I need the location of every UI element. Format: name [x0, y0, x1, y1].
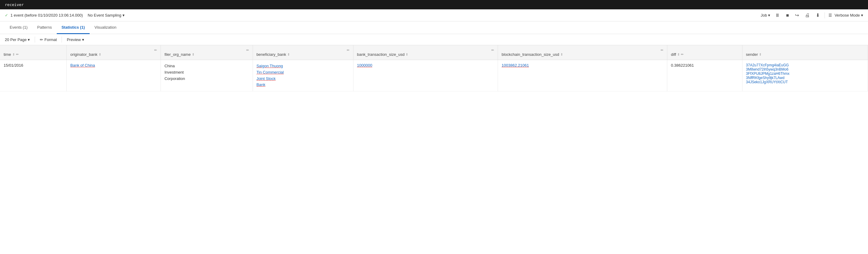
sort-icon-bank-tx[interactable]: ⇕	[406, 53, 408, 56]
tab-events[interactable]: Events (1)	[5, 22, 32, 34]
col-header-blockchain-tx-size: ✏ blockchain_transaction_size_usd ⇕	[498, 45, 667, 60]
cell-time: 15/01/2016	[0, 60, 67, 91]
edit-icon-originator[interactable]: ✏	[154, 48, 157, 52]
edit-icon-filer[interactable]: ✏	[246, 48, 249, 52]
sampling-button[interactable]: No Event Sampling ▾	[88, 13, 125, 18]
status-right: Job ▾ ⏸ ■ ↪ 🖨 ⬇ ☰ Verbose Mode ▾	[761, 12, 863, 19]
beneficiary-bank-link[interactable]: Saigon Thuong	[256, 64, 283, 68]
edit-icon-time[interactable]: ✏	[16, 53, 19, 56]
edit-icon-blockchain-tx[interactable]: ✏	[661, 48, 663, 52]
tab-patterns[interactable]: Patterns	[32, 22, 56, 34]
sort-icon-diff[interactable]: ⇕	[677, 53, 680, 56]
cell-sender: 37A2u77XcFpmg4iaEuGG 3M8wnd72ih5ywq3nBMo…	[742, 60, 868, 91]
sort-icon-filer[interactable]: ⇕	[192, 53, 194, 56]
beneficiary-bank-link4[interactable]: Bank	[256, 82, 266, 87]
status-left: ✓ 1 event (before 01/10/2020 13:06:14.00…	[5, 13, 125, 18]
col-header-originator-bank: ✏ originator_bank ⇕	[67, 45, 161, 60]
toolbar-divider2	[62, 36, 62, 42]
top-bar-text: receiver	[5, 2, 24, 7]
sender-line-2[interactable]: 3M8wnd72ih5ywq3nBMo6	[746, 67, 806, 71]
refresh-button[interactable]: ↪	[794, 12, 800, 19]
top-bar: receiver	[0, 0, 868, 9]
originator-bank-link[interactable]: Bank of China	[70, 63, 95, 68]
sender-line-5[interactable]: 34JSeko1JgXRUYtXtCUT	[746, 80, 806, 84]
data-table-container: time ⇕ ✏ ✏ originator_bank ⇕	[0, 45, 868, 91]
format-button[interactable]: ✏ Format	[40, 37, 57, 42]
col-header-time: time ⇕ ✏	[0, 45, 67, 60]
job-button[interactable]: Job ▾	[761, 13, 771, 18]
verbose-mode-button[interactable]: ☰ Verbose Mode ▾	[829, 13, 863, 18]
tabs-bar: Events (1) Patterns Statistics (1) Visua…	[0, 22, 868, 34]
download-button[interactable]: ⬇	[814, 12, 821, 19]
pause-button[interactable]: ⏸	[774, 12, 781, 19]
data-table: time ⇕ ✏ ✏ originator_bank ⇕	[0, 45, 868, 91]
sender-line-4[interactable]: 3NffRKfgeShy9jk7LAwd	[746, 76, 806, 80]
edit-icon-bank-tx[interactable]: ✏	[491, 48, 494, 52]
cell-beneficiary-bank: Saigon Thuong Tin Commercial Joint Stock…	[253, 60, 353, 91]
stop-button[interactable]: ■	[785, 12, 790, 19]
print-button[interactable]: 🖨	[804, 12, 811, 19]
sender-line-3[interactable]: 3FfXPU8JPMg1zaH6Thmx	[746, 71, 806, 76]
col-header-diff: diff ⇕ ✏	[667, 45, 742, 60]
per-page-button[interactable]: 20 Per Page ▾	[5, 37, 30, 42]
col-header-beneficiary-bank: ✏ beneficiary_bank ⇕	[253, 45, 353, 60]
table-header-row: time ⇕ ✏ ✏ originator_bank ⇕	[0, 45, 868, 60]
beneficiary-bank-link3[interactable]: Joint Stock	[256, 76, 276, 81]
col-header-filer-org: ✏ filer_org_name ⇕	[161, 45, 253, 60]
cell-blockchain-tx-size: 1003862.21061	[498, 60, 667, 91]
col-header-bank-tx-size: ✏ bank_transaction_size_usd ⇕	[353, 45, 498, 60]
preview-button[interactable]: Preview ▾	[67, 37, 84, 42]
sort-icon-beneficiary[interactable]: ⇕	[287, 53, 290, 56]
toolbar: 20 Per Page ▾ ✏ Format Preview ▾	[0, 34, 868, 45]
tab-visualization[interactable]: Visualization	[90, 22, 121, 34]
status-bar: ✓ 1 event (before 01/10/2020 13:06:14.00…	[0, 9, 868, 22]
beneficiary-bank-link2[interactable]: Tin Commercial	[256, 70, 284, 74]
bank-tx-size-link[interactable]: 1000000	[357, 63, 372, 68]
sort-icon-originator[interactable]: ⇕	[99, 53, 101, 56]
col-header-sender: sender ⇕	[742, 45, 868, 60]
status-check: ✓ 1 event (before 01/10/2020 13:06:14.00…	[5, 13, 83, 18]
edit-icon-beneficiary[interactable]: ✏	[347, 48, 349, 52]
cell-bank-tx-size: 1000000	[353, 60, 498, 91]
sender-line-1[interactable]: 37A2u77XcFpmg4iaEuGG	[746, 63, 806, 67]
blockchain-tx-size-link[interactable]: 1003862.21061	[502, 63, 529, 68]
cell-diff: 0.386221061	[667, 60, 742, 91]
cell-filer-org: ChinaInvestmentCorporation	[161, 60, 253, 91]
sort-icon-time[interactable]: ⇕	[12, 53, 15, 56]
table-row: 15/01/2016 Bank of China ChinaInvestment…	[0, 60, 868, 91]
tab-statistics[interactable]: Statistics (1)	[57, 22, 90, 34]
divider	[825, 12, 825, 19]
sort-icon-sender[interactable]: ⇕	[759, 53, 762, 56]
event-count-text: 1 event (before 01/10/2020 13:06:14.000)	[10, 13, 83, 18]
toolbar-divider1	[35, 36, 35, 42]
cell-originator-bank: Bank of China	[67, 60, 161, 91]
sort-icon-blockchain-tx[interactable]: ⇕	[560, 53, 563, 56]
edit-icon-diff[interactable]: ✏	[681, 53, 684, 56]
